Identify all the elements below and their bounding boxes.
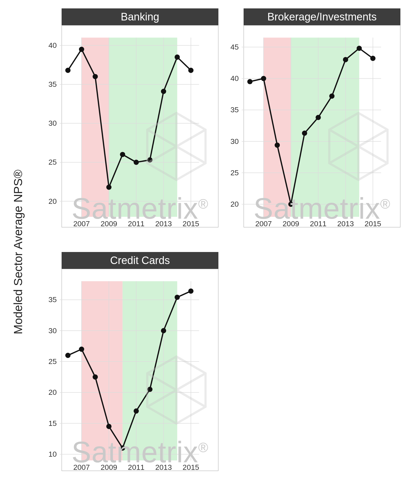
svg-point-69 bbox=[371, 56, 375, 60]
svg-text:2011: 2011 bbox=[128, 220, 144, 228]
svg-text:15: 15 bbox=[48, 419, 57, 428]
svg-point-61 bbox=[262, 76, 265, 80]
svg-point-104 bbox=[148, 387, 152, 391]
svg-point-62 bbox=[275, 143, 279, 147]
svg-text:20: 20 bbox=[48, 388, 57, 396]
svg-point-27 bbox=[134, 160, 138, 164]
plot-area: 101520253035 20072009201120132015 Satmet… bbox=[62, 269, 218, 471]
svg-point-22 bbox=[66, 68, 70, 72]
svg-text:20: 20 bbox=[230, 200, 239, 208]
svg-point-60 bbox=[248, 80, 252, 83]
svg-point-98 bbox=[66, 353, 70, 357]
svg-point-67 bbox=[344, 58, 347, 62]
svg-text:25: 25 bbox=[48, 357, 57, 366]
svg-point-101 bbox=[107, 424, 111, 428]
svg-point-107 bbox=[189, 289, 193, 293]
svg-text:30: 30 bbox=[230, 137, 239, 146]
svg-text:2013: 2013 bbox=[337, 220, 354, 228]
svg-text:40: 40 bbox=[48, 41, 57, 50]
svg-text:2015: 2015 bbox=[365, 220, 381, 228]
y-axis-label: Modeled Sector Average NPS® bbox=[11, 170, 25, 334]
svg-point-66 bbox=[330, 94, 334, 98]
svg-text:40: 40 bbox=[230, 74, 239, 83]
svg-text:20: 20 bbox=[48, 197, 57, 206]
svg-point-106 bbox=[175, 295, 179, 299]
svg-point-31 bbox=[189, 68, 193, 72]
svg-text:35: 35 bbox=[48, 295, 57, 304]
svg-text:35: 35 bbox=[48, 80, 57, 88]
svg-point-28 bbox=[148, 158, 152, 162]
svg-text:2009: 2009 bbox=[283, 220, 299, 228]
svg-rect-0 bbox=[81, 38, 109, 217]
svg-point-100 bbox=[93, 375, 97, 379]
svg-text:2007: 2007 bbox=[255, 220, 272, 228]
facet-title: Banking bbox=[62, 8, 218, 25]
svg-text:30: 30 bbox=[48, 326, 57, 335]
svg-text:10: 10 bbox=[48, 450, 57, 458]
svg-point-102 bbox=[121, 446, 125, 450]
svg-text:35: 35 bbox=[230, 106, 239, 114]
svg-point-65 bbox=[316, 115, 320, 119]
plot-area: 2025303540 20072009201120132015 Satmetri… bbox=[62, 25, 218, 227]
svg-text:2009: 2009 bbox=[101, 463, 117, 472]
svg-point-23 bbox=[80, 47, 83, 51]
svg-rect-74 bbox=[81, 281, 122, 460]
svg-point-63 bbox=[289, 202, 293, 206]
svg-text:2013: 2013 bbox=[155, 220, 172, 228]
svg-point-64 bbox=[303, 131, 307, 135]
page-root: Modeled Sector Average NPS® Banking 2025… bbox=[0, 0, 420, 504]
svg-text:2015: 2015 bbox=[183, 220, 199, 228]
svg-rect-75 bbox=[123, 281, 177, 460]
svg-text:2007: 2007 bbox=[73, 463, 90, 472]
facet-title: Brokerage/Investments bbox=[244, 8, 400, 25]
facet-title: Credit Cards bbox=[62, 252, 218, 269]
svg-rect-1 bbox=[109, 38, 177, 217]
svg-text:2011: 2011 bbox=[310, 220, 326, 228]
facet-panel: Brokerage/Investments 202530354045 20072… bbox=[244, 8, 400, 227]
svg-point-68 bbox=[357, 46, 361, 50]
svg-text:45: 45 bbox=[230, 43, 239, 51]
svg-text:25: 25 bbox=[48, 158, 57, 166]
svg-text:2009: 2009 bbox=[101, 220, 117, 228]
svg-text:25: 25 bbox=[230, 169, 239, 177]
svg-point-25 bbox=[107, 185, 111, 189]
svg-text:2015: 2015 bbox=[183, 463, 199, 472]
svg-point-30 bbox=[175, 55, 179, 59]
svg-point-99 bbox=[80, 347, 83, 351]
svg-rect-37 bbox=[291, 38, 359, 217]
svg-text:2007: 2007 bbox=[73, 220, 90, 228]
svg-point-29 bbox=[162, 89, 165, 93]
svg-point-24 bbox=[93, 74, 97, 78]
svg-text:2011: 2011 bbox=[128, 463, 144, 472]
svg-point-26 bbox=[121, 153, 125, 157]
facet-panel: Banking 2025303540 20072009201120132015 bbox=[62, 8, 218, 227]
plot-area: 202530354045 20072009201120132015 Satmet… bbox=[244, 25, 400, 227]
svg-rect-36 bbox=[263, 38, 291, 217]
svg-point-105 bbox=[162, 329, 165, 333]
svg-text:2013: 2013 bbox=[155, 463, 172, 472]
svg-point-103 bbox=[134, 409, 138, 413]
facet-panel: Credit Cards 101520253035 20072009201120… bbox=[62, 252, 218, 471]
svg-text:30: 30 bbox=[48, 119, 57, 127]
